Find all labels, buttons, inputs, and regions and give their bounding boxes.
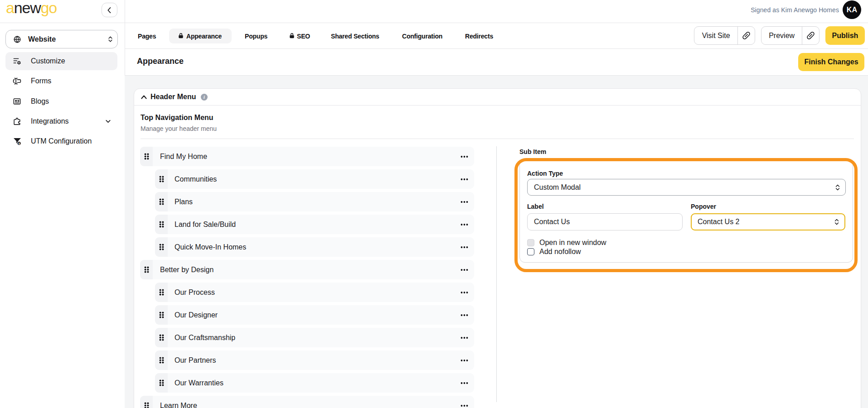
svg-text:$: $ (18, 142, 20, 145)
